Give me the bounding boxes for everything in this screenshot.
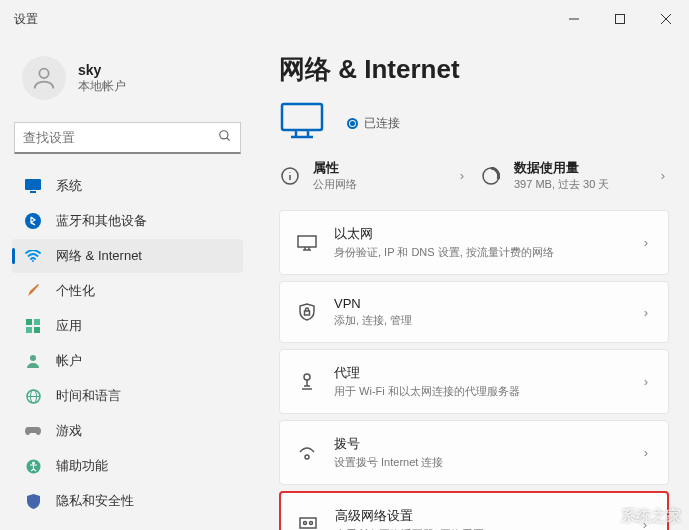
sidebar-item-network[interactable]: 网络 & Internet [12,239,243,273]
sidebar-item-label: 网络 & Internet [56,247,142,265]
status-badge: 已连接 [347,115,400,132]
card-subtitle: 设置拨号 Internet 连接 [334,455,624,470]
sidebar-item-privacy[interactable]: 隐私和安全性 [12,484,243,518]
profile-subtitle: 本地帐户 [78,78,126,95]
sidebar-item-apps[interactable]: 应用 [12,309,243,343]
search-input[interactable] [23,130,218,145]
nav-list: 系统 蓝牙和其他设备 网络 & Internet 个性化 应用 帐户 [10,168,245,530]
chevron-right-icon: › [639,517,651,530]
bluetooth-icon [24,212,42,230]
tile-subtitle: 397 MB, 过去 30 天 [514,177,645,192]
network-adapter-icon [297,514,319,531]
sidebar-item-time-language[interactable]: 时间和语言 [12,379,243,413]
card-subtitle: 身份验证, IP 和 DNS 设置, 按流量计费的网络 [334,245,624,260]
svg-rect-29 [298,236,316,247]
search-box[interactable] [14,122,241,154]
card-title: VPN [334,296,624,311]
svg-rect-12 [34,319,40,325]
sidebar-item-label: 系统 [56,177,82,195]
svg-point-15 [30,355,36,361]
tile-data-usage[interactable]: 数据使用量 397 MB, 过去 30 天 › [480,159,669,192]
card-vpn[interactable]: VPN 添加, 连接, 管理 › [279,281,669,343]
card-title: 代理 [334,364,624,382]
window-title: 设置 [14,11,38,28]
card-proxy[interactable]: 代理 用于 Wi-Fi 和以太网连接的代理服务器 › [279,349,669,414]
brush-icon [24,282,42,300]
tile-properties[interactable]: 属性 公用网络 › [279,159,468,192]
chevron-right-icon: › [657,168,669,183]
svg-point-34 [304,374,310,380]
card-title: 拨号 [334,435,624,453]
profile-name: sky [78,62,126,78]
page-title: 网络 & Internet [279,52,669,87]
svg-point-5 [220,131,228,139]
chevron-right-icon: › [640,305,652,320]
network-status-row: 已连接 [279,101,669,145]
shield-lock-icon [296,301,318,323]
sidebar-item-label: 应用 [56,317,82,335]
tile-title: 数据使用量 [514,159,645,177]
svg-point-40 [304,521,307,524]
svg-rect-21 [282,104,322,130]
card-title: 以太网 [334,225,624,243]
window-controls [551,0,689,38]
content-area: 网络 & Internet 已连接 属性 公用网络 › [255,38,689,530]
svg-point-4 [39,69,48,78]
info-row: 属性 公用网络 › 数据使用量 397 MB, 过去 30 天 › [279,159,669,192]
apps-icon [24,317,42,335]
sidebar-item-system[interactable]: 系统 [12,169,243,203]
wifi-icon [24,247,42,265]
proxy-icon [296,371,318,393]
sidebar-item-accounts[interactable]: 帐户 [12,344,243,378]
svg-rect-7 [25,179,41,190]
status-dot-icon [347,118,358,129]
globe-icon [24,387,42,405]
svg-point-38 [305,455,309,459]
card-advanced-network[interactable]: 高级网络设置 查看所有网络适配器, 网络重置 › [279,491,669,530]
svg-point-41 [310,521,313,524]
svg-rect-11 [26,319,32,325]
ethernet-large-icon [279,101,325,145]
close-button[interactable] [643,0,689,38]
sidebar-item-personalization[interactable]: 个性化 [12,274,243,308]
maximize-button[interactable] [597,0,643,38]
display-icon [24,177,42,195]
sidebar-item-label: 辅助功能 [56,457,108,475]
card-title: 高级网络设置 [335,507,623,525]
sidebar-item-label: 时间和语言 [56,387,121,405]
accessibility-icon [24,457,42,475]
sidebar-item-label: 帐户 [56,352,82,370]
sidebar-item-accessibility[interactable]: 辅助功能 [12,449,243,483]
data-usage-icon [480,165,502,187]
titlebar: 设置 [0,0,689,38]
sidebar-item-label: 蓝牙和其他设备 [56,212,147,230]
sidebar-item-label: 隐私和安全性 [56,492,134,510]
svg-rect-33 [305,311,310,315]
svg-rect-13 [26,327,32,333]
ethernet-icon [296,232,318,254]
svg-rect-39 [300,518,316,528]
info-icon [279,165,301,187]
chevron-right-icon: › [640,445,652,460]
gamepad-icon [24,422,42,440]
chevron-right-icon: › [456,168,468,183]
card-ethernet[interactable]: 以太网 身份验证, IP 和 DNS 设置, 按流量计费的网络 › [279,210,669,275]
svg-rect-14 [34,327,40,333]
sidebar-item-label: 游戏 [56,422,82,440]
sidebar-item-label: 个性化 [56,282,95,300]
minimize-button[interactable] [551,0,597,38]
card-subtitle: 添加, 连接, 管理 [334,313,624,328]
avatar [22,56,66,100]
card-subtitle: 用于 Wi-Fi 和以太网连接的代理服务器 [334,384,624,399]
svg-point-10 [32,260,34,262]
sidebar-item-gaming[interactable]: 游戏 [12,414,243,448]
svg-line-6 [227,138,230,141]
shield-icon [24,492,42,510]
sidebar: sky 本地帐户 系统 蓝牙和其他设备 网络 & Internet [0,38,255,530]
card-dialup[interactable]: 拨号 设置拨号 Internet 连接 › [279,420,669,485]
dialup-icon [296,442,318,464]
profile-section[interactable]: sky 本地帐户 [10,38,245,118]
svg-point-20 [32,461,35,464]
status-text: 已连接 [364,115,400,132]
sidebar-item-bluetooth[interactable]: 蓝牙和其他设备 [12,204,243,238]
